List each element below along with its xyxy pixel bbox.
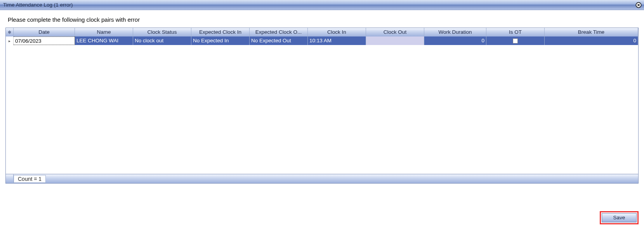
cell-break-time[interactable]: 0 (545, 36, 638, 45)
header-clock-out[interactable]: Clock Out (366, 28, 424, 36)
grid-container: ✻ Date Name Clock Status Expected Clock … (5, 28, 639, 184)
instruction-text: Please complete the following clock pair… (0, 10, 644, 28)
row-indicator-icon: ▸ (9, 39, 10, 43)
cell-expected-in[interactable]: No Expected In (191, 36, 250, 45)
is-ot-checkbox[interactable] (513, 38, 518, 43)
header-expected-in[interactable]: Expected Clock In (191, 28, 250, 36)
save-button[interactable]: Save (602, 213, 637, 222)
cell-is-ot[interactable] (486, 36, 545, 45)
grid-body: ▸ 07/06/2023 LEE CHONG WAI No clock out … (6, 36, 638, 174)
cell-work-duration[interactable]: 0 (424, 36, 486, 45)
save-highlight: Save (600, 211, 639, 224)
window: Time Attendance Log (1 error) Please com… (0, 0, 644, 229)
header-clock-in[interactable]: Clock In (308, 28, 366, 36)
grid-header-row: ✻ Date Name Clock Status Expected Clock … (6, 28, 638, 36)
count-badge: Count = 1 (14, 175, 46, 183)
titlebar: Time Attendance Log (1 error) (0, 0, 644, 10)
button-bar: Save (600, 211, 639, 224)
cell-date[interactable]: 07/06/2023 (14, 36, 75, 45)
header-work-duration[interactable]: Work Duration (424, 28, 486, 36)
header-break-time[interactable]: Break Time (545, 28, 638, 36)
header-clock-status[interactable]: Clock Status (133, 28, 191, 36)
close-button[interactable] (635, 1, 642, 9)
footer-spacer (6, 174, 14, 183)
window-title: Time Attendance Log (1 error) (0, 2, 73, 8)
row-indicator: ▸ (6, 36, 14, 45)
selector-corner[interactable]: ✻ (6, 28, 14, 36)
cell-expected-out[interactable]: No Expected Out (250, 36, 308, 45)
cell-clock-out[interactable] (366, 36, 424, 45)
header-date[interactable]: Date (14, 28, 75, 36)
cell-clock-in[interactable]: 10:13 AM (308, 36, 366, 45)
header-expected-out[interactable]: Expected Clock O... (250, 28, 308, 36)
close-icon (635, 2, 642, 8)
grid-footer: Count = 1 (6, 174, 638, 183)
table-row[interactable]: ▸ 07/06/2023 LEE CHONG WAI No clock out … (6, 36, 638, 45)
selector-corner-icon: ✻ (6, 28, 13, 36)
cell-clock-status[interactable]: No clock out (133, 36, 191, 45)
header-name[interactable]: Name (75, 28, 133, 36)
cell-name[interactable]: LEE CHONG WAI (75, 36, 133, 45)
header-is-ot[interactable]: Is OT (486, 28, 545, 36)
